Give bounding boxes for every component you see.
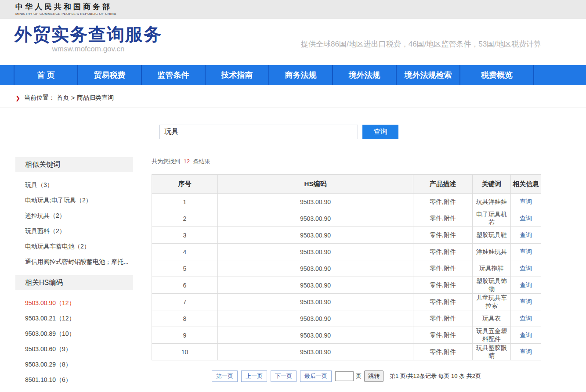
row-query-link[interactable]: 查询 [520, 215, 532, 222]
nav-item[interactable]: 境外法规 [333, 65, 397, 85]
hs-code-link[interactable]: 9503.00.90（12） [25, 295, 130, 311]
similar-keywords-header: 相似关键词 [15, 157, 133, 172]
cell-product-description: 零件,附件 [413, 277, 473, 294]
table-row: 8 9503.00.90 零件,附件 玩具衣 查询 [152, 310, 541, 327]
row-query-link[interactable]: 查询 [520, 198, 532, 205]
page-jump-button[interactable]: 跳转 [364, 370, 383, 382]
keyword-link[interactable]: 通信用阀控式密封铅酸蓄电池；摩托... [25, 254, 130, 270]
nav-item[interactable]: 技术指南 [206, 65, 269, 85]
cell-keyword: 玩具衣 [473, 310, 511, 327]
nav-item[interactable]: 境外法规检索 [397, 65, 460, 85]
nav-right-fill [534, 65, 586, 85]
breadcrumb: ❯ 当前位置： 首页 > 商品归类查询 [0, 85, 586, 108]
cell-product-description: 零件,附件 [413, 210, 473, 227]
related-hs-list: 9503.00.90（12） 9503.00.21（12） 9503.00.89… [15, 290, 133, 392]
cell-product-description: 零件,附件 [413, 194, 473, 210]
pagination-first-button[interactable]: 第一页 [212, 370, 238, 382]
site-logo-block: 外贸实务查询服务 wmsw.mofcom.gov.cn [14, 19, 162, 54]
results-table-body: 1 9503.00.90 零件,附件 玩具洋娃娃 查询 2 9503.00.90… [152, 194, 541, 360]
cell-row-number: 3 [152, 227, 218, 244]
cell-row-number: 2 [152, 210, 218, 227]
breadcrumb-home-link[interactable]: 首页 [57, 94, 69, 102]
cell-hs-code: 9503.00.90 [218, 327, 413, 344]
cell-keyword: 玩具塑胶眼睛 [473, 344, 511, 360]
sidebar: 相似关键词 玩具（3） 电动玩具;电子玩具（2） 遥控玩具（2） 玩具面料（2）… [15, 157, 133, 392]
pagination: 第一页 上一页 下一页 最后一页 页 跳转 第1 页/共12条记录 每页 10 … [152, 370, 541, 382]
cell-hs-code: 9503.00.90 [218, 344, 413, 360]
cell-keyword: 洋娃娃玩具 [473, 244, 511, 260]
cell-product-description: 零件,附件 [413, 327, 473, 344]
row-query-link[interactable]: 查询 [520, 265, 532, 272]
cell-hs-code: 9503.00.90 [218, 310, 413, 327]
cell-row-number: 6 [152, 277, 218, 294]
search-button[interactable]: 查询 [362, 125, 398, 139]
cell-product-description: 零件,附件 [413, 260, 473, 277]
results-table-header-cell: 产品描述 [413, 175, 473, 194]
hs-code-link[interactable]: 9503.00.29（8） [25, 357, 130, 372]
keyword-link[interactable]: 遥控玩具（2） [25, 208, 130, 223]
page-jump-input[interactable] [335, 371, 354, 381]
hs-code-link[interactable]: 9503.00.89（10） [25, 326, 130, 342]
pagination-prev-button[interactable]: 上一页 [241, 370, 267, 382]
breadcrumb-current: 商品归类查询 [77, 94, 114, 102]
site-title: 外贸实务查询服务 [14, 24, 162, 44]
site-header: 外贸实务查询服务 wmsw.mofcom.gov.cn 提供全球86国/地区进出… [0, 19, 586, 65]
cell-row-number: 9 [152, 327, 218, 344]
hs-code-link[interactable]: 9503.00.21（12） [25, 311, 130, 326]
table-row: 2 9503.00.90 零件,附件 电子玩具机芯 查询 [152, 210, 541, 227]
cell-keyword: 电子玩具机芯 [473, 210, 511, 227]
page-info: 第1 页/共12条记录 每页 10 条 共2页 [390, 372, 481, 380]
table-row: 7 9503.00.90 零件,附件 儿童玩具车拉索 查询 [152, 294, 541, 310]
nav-item[interactable]: 税费概览 [460, 65, 534, 85]
nav-item[interactable]: 首 页 [14, 65, 78, 85]
row-query-link[interactable]: 查询 [520, 315, 532, 322]
related-hs-header: 相关HS编码 [15, 275, 133, 290]
keyword-link[interactable]: 玩具（3） [25, 177, 130, 193]
row-query-link[interactable]: 查询 [520, 348, 532, 355]
row-query-link[interactable]: 查询 [520, 281, 532, 288]
keyword-link[interactable]: 玩具面料（2） [25, 223, 130, 239]
row-query-link[interactable]: 查询 [520, 231, 532, 238]
result-count-prefix: 共为您找到 [152, 158, 180, 165]
pagination-next-button[interactable]: 下一页 [271, 370, 297, 382]
cell-hs-code: 9503.00.90 [218, 294, 413, 310]
pagination-last-button[interactable]: 最后一页 [300, 370, 332, 382]
main-column: 查询 共为您找到 12 条结果 序号 HS编码 产品描述 关键词 [152, 108, 541, 382]
row-query-link[interactable]: 查询 [520, 331, 532, 338]
main-nav: 首 页 贸易税费 监管条件 技术指南 商务法规 境外法规 境外法规检索 税费概览 [0, 65, 586, 85]
cell-keyword: 塑胶玩具鞋 [473, 227, 511, 244]
row-query-link[interactable]: 查询 [520, 248, 532, 255]
results-table-header-cell: 序号 [152, 175, 218, 194]
cell-product-description: 零件,附件 [413, 294, 473, 310]
nav-item[interactable]: 商务法规 [269, 65, 333, 85]
result-count: 共为您找到 12 条结果 [152, 158, 541, 165]
cell-row-number: 4 [152, 244, 218, 260]
cell-hs-code: 9503.00.90 [218, 210, 413, 227]
cell-row-number: 1 [152, 194, 218, 210]
government-topbar: 中华人民共和国商务部 MINISTRY OF COMMERCE PEOPLE'S… [0, 0, 586, 19]
results-table-header-cell: 关键词 [473, 175, 511, 194]
hs-code-link[interactable]: 8501.10.10（6） [25, 372, 130, 388]
table-row: 10 9503.00.90 零件,附件 玩具塑胶眼睛 查询 [152, 344, 541, 360]
cell-row-number: 5 [152, 260, 218, 277]
search-input[interactable] [159, 125, 358, 139]
cell-keyword: 玩具五金塑料配件 [473, 327, 511, 344]
cell-keyword: 玩具拖鞋 [473, 260, 511, 277]
keyword-link[interactable]: 电动玩具车蓄电池（2） [25, 239, 130, 254]
results-table-header-cell: 相关信息 [511, 175, 541, 194]
table-row: 3 9503.00.90 零件,附件 塑胶玩具鞋 查询 [152, 227, 541, 244]
cell-row-number: 10 [152, 344, 218, 360]
nav-item[interactable]: 贸易税费 [78, 65, 142, 85]
cell-keyword: 玩具洋娃娃 [473, 194, 511, 210]
hs-code-link[interactable]: 9503.00.60（9） [25, 342, 130, 357]
nav-left-stub [0, 65, 14, 85]
keyword-link[interactable]: 电动玩具;电子玩具（2） [25, 193, 130, 208]
nav-item[interactable]: 监管条件 [142, 65, 206, 85]
ministry-name-cn: 中华人民共和国商务部 [15, 3, 586, 11]
table-row: 1 9503.00.90 零件,附件 玩具洋娃娃 查询 [152, 194, 541, 210]
content-area: 相似关键词 玩具（3） 电动玩具;电子玩具（2） 遥控玩具（2） 玩具面料（2）… [0, 108, 586, 392]
cell-product-description: 零件,附件 [413, 344, 473, 360]
result-count-number: 12 [184, 158, 190, 165]
row-query-link[interactable]: 查询 [520, 298, 532, 305]
search-bar: 查询 [159, 125, 541, 139]
